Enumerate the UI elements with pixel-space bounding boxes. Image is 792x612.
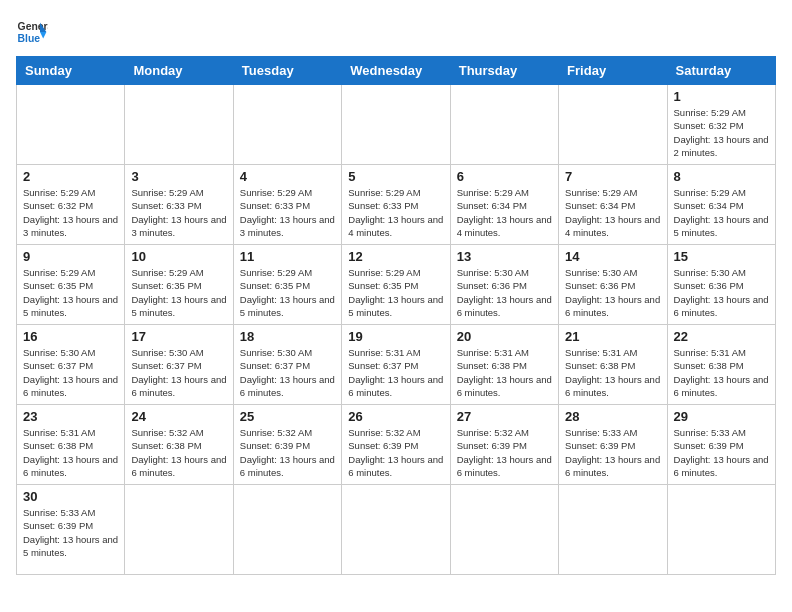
day-info: Sunrise: 5:33 AM Sunset: 6:39 PM Dayligh… — [565, 426, 660, 479]
day-info: Sunrise: 5:29 AM Sunset: 6:33 PM Dayligh… — [131, 186, 226, 239]
weekday-header-tuesday: Tuesday — [233, 57, 341, 85]
calendar-cell: 1Sunrise: 5:29 AM Sunset: 6:32 PM Daylig… — [667, 85, 775, 165]
day-info: Sunrise: 5:30 AM Sunset: 6:36 PM Dayligh… — [674, 266, 769, 319]
day-info: Sunrise: 5:29 AM Sunset: 6:33 PM Dayligh… — [240, 186, 335, 239]
calendar-cell: 23Sunrise: 5:31 AM Sunset: 6:38 PM Dayli… — [17, 405, 125, 485]
day-info: Sunrise: 5:29 AM Sunset: 6:35 PM Dayligh… — [348, 266, 443, 319]
day-info: Sunrise: 5:29 AM Sunset: 6:34 PM Dayligh… — [674, 186, 769, 239]
calendar-week-row: 1Sunrise: 5:29 AM Sunset: 6:32 PM Daylig… — [17, 85, 776, 165]
logo-icon: General Blue — [16, 16, 48, 48]
calendar-cell: 27Sunrise: 5:32 AM Sunset: 6:39 PM Dayli… — [450, 405, 558, 485]
calendar-cell: 30Sunrise: 5:33 AM Sunset: 6:39 PM Dayli… — [17, 485, 125, 575]
calendar-cell — [342, 485, 450, 575]
calendar-cell: 4Sunrise: 5:29 AM Sunset: 6:33 PM Daylig… — [233, 165, 341, 245]
weekday-header-monday: Monday — [125, 57, 233, 85]
page-header: General Blue — [16, 16, 776, 48]
day-number: 14 — [565, 249, 660, 264]
weekday-header-sunday: Sunday — [17, 57, 125, 85]
calendar-cell: 15Sunrise: 5:30 AM Sunset: 6:36 PM Dayli… — [667, 245, 775, 325]
day-number: 13 — [457, 249, 552, 264]
day-info: Sunrise: 5:30 AM Sunset: 6:37 PM Dayligh… — [23, 346, 118, 399]
day-info: Sunrise: 5:29 AM Sunset: 6:35 PM Dayligh… — [240, 266, 335, 319]
calendar-week-row: 23Sunrise: 5:31 AM Sunset: 6:38 PM Dayli… — [17, 405, 776, 485]
calendar-cell: 29Sunrise: 5:33 AM Sunset: 6:39 PM Dayli… — [667, 405, 775, 485]
day-info: Sunrise: 5:32 AM Sunset: 6:39 PM Dayligh… — [457, 426, 552, 479]
day-number: 24 — [131, 409, 226, 424]
day-info: Sunrise: 5:29 AM Sunset: 6:34 PM Dayligh… — [565, 186, 660, 239]
calendar-cell — [342, 85, 450, 165]
day-info: Sunrise: 5:29 AM Sunset: 6:32 PM Dayligh… — [674, 106, 769, 159]
day-number: 5 — [348, 169, 443, 184]
calendar-cell: 22Sunrise: 5:31 AM Sunset: 6:38 PM Dayli… — [667, 325, 775, 405]
day-number: 10 — [131, 249, 226, 264]
calendar-cell: 6Sunrise: 5:29 AM Sunset: 6:34 PM Daylig… — [450, 165, 558, 245]
calendar-cell: 5Sunrise: 5:29 AM Sunset: 6:33 PM Daylig… — [342, 165, 450, 245]
calendar-week-row: 30Sunrise: 5:33 AM Sunset: 6:39 PM Dayli… — [17, 485, 776, 575]
calendar-cell: 11Sunrise: 5:29 AM Sunset: 6:35 PM Dayli… — [233, 245, 341, 325]
logo: General Blue — [16, 16, 48, 48]
calendar-cell — [17, 85, 125, 165]
day-info: Sunrise: 5:29 AM Sunset: 6:32 PM Dayligh… — [23, 186, 118, 239]
calendar-cell: 12Sunrise: 5:29 AM Sunset: 6:35 PM Dayli… — [342, 245, 450, 325]
calendar-cell: 19Sunrise: 5:31 AM Sunset: 6:37 PM Dayli… — [342, 325, 450, 405]
calendar-cell: 26Sunrise: 5:32 AM Sunset: 6:39 PM Dayli… — [342, 405, 450, 485]
day-number: 19 — [348, 329, 443, 344]
calendar-cell — [233, 85, 341, 165]
day-number: 21 — [565, 329, 660, 344]
day-number: 9 — [23, 249, 118, 264]
calendar-header-row: SundayMondayTuesdayWednesdayThursdayFrid… — [17, 57, 776, 85]
day-number: 30 — [23, 489, 118, 504]
day-number: 8 — [674, 169, 769, 184]
calendar-week-row: 2Sunrise: 5:29 AM Sunset: 6:32 PM Daylig… — [17, 165, 776, 245]
day-number: 17 — [131, 329, 226, 344]
calendar-cell: 25Sunrise: 5:32 AM Sunset: 6:39 PM Dayli… — [233, 405, 341, 485]
day-info: Sunrise: 5:29 AM Sunset: 6:35 PM Dayligh… — [131, 266, 226, 319]
calendar-cell — [450, 485, 558, 575]
calendar-cell — [233, 485, 341, 575]
calendar-cell: 13Sunrise: 5:30 AM Sunset: 6:36 PM Dayli… — [450, 245, 558, 325]
calendar-week-row: 16Sunrise: 5:30 AM Sunset: 6:37 PM Dayli… — [17, 325, 776, 405]
weekday-header-friday: Friday — [559, 57, 667, 85]
day-info: Sunrise: 5:30 AM Sunset: 6:37 PM Dayligh… — [240, 346, 335, 399]
calendar-cell: 9Sunrise: 5:29 AM Sunset: 6:35 PM Daylig… — [17, 245, 125, 325]
calendar-cell: 8Sunrise: 5:29 AM Sunset: 6:34 PM Daylig… — [667, 165, 775, 245]
weekday-header-thursday: Thursday — [450, 57, 558, 85]
day-info: Sunrise: 5:31 AM Sunset: 6:37 PM Dayligh… — [348, 346, 443, 399]
svg-marker-3 — [40, 32, 46, 38]
calendar-cell: 18Sunrise: 5:30 AM Sunset: 6:37 PM Dayli… — [233, 325, 341, 405]
day-number: 28 — [565, 409, 660, 424]
calendar-cell: 2Sunrise: 5:29 AM Sunset: 6:32 PM Daylig… — [17, 165, 125, 245]
day-number: 27 — [457, 409, 552, 424]
day-number: 23 — [23, 409, 118, 424]
day-info: Sunrise: 5:29 AM Sunset: 6:34 PM Dayligh… — [457, 186, 552, 239]
day-number: 4 — [240, 169, 335, 184]
day-number: 18 — [240, 329, 335, 344]
day-info: Sunrise: 5:29 AM Sunset: 6:35 PM Dayligh… — [23, 266, 118, 319]
calendar-cell: 7Sunrise: 5:29 AM Sunset: 6:34 PM Daylig… — [559, 165, 667, 245]
day-number: 11 — [240, 249, 335, 264]
calendar-cell: 28Sunrise: 5:33 AM Sunset: 6:39 PM Dayli… — [559, 405, 667, 485]
day-number: 22 — [674, 329, 769, 344]
calendar-week-row: 9Sunrise: 5:29 AM Sunset: 6:35 PM Daylig… — [17, 245, 776, 325]
day-info: Sunrise: 5:31 AM Sunset: 6:38 PM Dayligh… — [457, 346, 552, 399]
day-info: Sunrise: 5:33 AM Sunset: 6:39 PM Dayligh… — [23, 506, 118, 559]
calendar-cell: 24Sunrise: 5:32 AM Sunset: 6:38 PM Dayli… — [125, 405, 233, 485]
calendar-cell: 3Sunrise: 5:29 AM Sunset: 6:33 PM Daylig… — [125, 165, 233, 245]
calendar-cell: 20Sunrise: 5:31 AM Sunset: 6:38 PM Dayli… — [450, 325, 558, 405]
day-number: 3 — [131, 169, 226, 184]
calendar-cell: 14Sunrise: 5:30 AM Sunset: 6:36 PM Dayli… — [559, 245, 667, 325]
day-info: Sunrise: 5:30 AM Sunset: 6:36 PM Dayligh… — [565, 266, 660, 319]
calendar-cell: 16Sunrise: 5:30 AM Sunset: 6:37 PM Dayli… — [17, 325, 125, 405]
day-number: 20 — [457, 329, 552, 344]
day-number: 12 — [348, 249, 443, 264]
day-number: 15 — [674, 249, 769, 264]
day-number: 25 — [240, 409, 335, 424]
svg-text:Blue: Blue — [18, 33, 41, 44]
day-info: Sunrise: 5:32 AM Sunset: 6:39 PM Dayligh… — [348, 426, 443, 479]
day-info: Sunrise: 5:31 AM Sunset: 6:38 PM Dayligh… — [565, 346, 660, 399]
day-info: Sunrise: 5:30 AM Sunset: 6:37 PM Dayligh… — [131, 346, 226, 399]
weekday-header-wednesday: Wednesday — [342, 57, 450, 85]
day-info: Sunrise: 5:29 AM Sunset: 6:33 PM Dayligh… — [348, 186, 443, 239]
calendar-cell: 17Sunrise: 5:30 AM Sunset: 6:37 PM Dayli… — [125, 325, 233, 405]
day-number: 6 — [457, 169, 552, 184]
